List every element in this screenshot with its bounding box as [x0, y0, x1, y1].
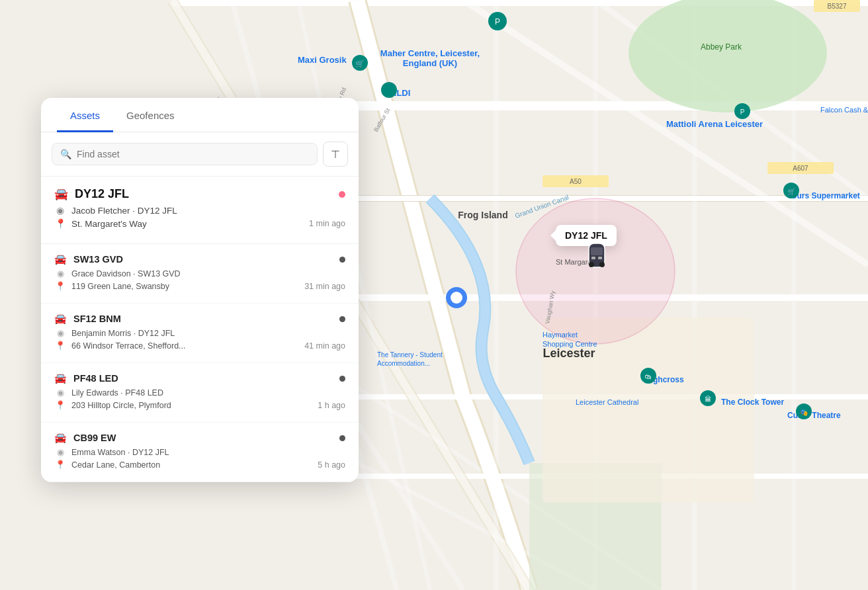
svg-text:🛒: 🛒	[355, 59, 365, 68]
svg-text:B5327: B5327	[828, 3, 847, 10]
location-icon-1: 📍	[54, 341, 66, 351]
location-icon-3: 📍	[54, 460, 66, 470]
status-dot-3	[339, 435, 345, 441]
timestamp-3: 5 h ago	[318, 460, 345, 470]
location-1: 66 Windsor Terrace, Shefford...	[71, 341, 186, 351]
svg-text:🛒: 🛒	[787, 187, 796, 196]
location-icon-2: 📍	[54, 400, 66, 410]
driver-3: Emma Watson · DY12 JFL	[71, 448, 169, 457]
svg-text:🎭: 🎭	[800, 408, 808, 417]
timestamp-2: 1 h ago	[318, 401, 345, 410]
car-icon-1: 🚘	[54, 313, 67, 325]
search-input[interactable]	[77, 149, 309, 159]
svg-text:Haymarket: Haymarket	[542, 331, 578, 339]
svg-point-66	[451, 292, 462, 304]
assets-panel: Assets Geofences 🔍 ⊤ 🚘 DY12 JFL ◉ Jacob …	[41, 98, 359, 482]
svg-point-76	[589, 262, 594, 267]
svg-text:🏛: 🏛	[705, 396, 711, 403]
svg-text:Leicester: Leicester	[542, 347, 595, 360]
svg-text:A50: A50	[570, 178, 582, 185]
svg-text:Mattioli Arena Leicester: Mattioli Arena Leicester	[666, 119, 763, 129]
svg-point-54	[381, 82, 397, 98]
svg-text:Frog Island: Frog Island	[458, 210, 507, 220]
selected-status-dot	[339, 191, 345, 198]
selected-asset-plate: DY12 JFL	[75, 187, 332, 201]
filter-button[interactable]: ⊤	[323, 142, 348, 167]
location-0: 119 Green Lane, Swansby	[71, 282, 169, 291]
driver-0: Grace Davidson · SW13 GVD	[71, 269, 181, 278]
svg-text:Abbey Park: Abbey Park	[701, 42, 742, 52]
timestamp-1: 41 min ago	[304, 341, 345, 351]
selected-timestamp: 1 min ago	[309, 219, 345, 228]
selected-location-icon: 📍	[54, 218, 66, 229]
asset-item-0[interactable]: 🚘 SW13 GVD ◉ Grace Davidson · SW13 GVD 📍…	[41, 244, 359, 304]
location-icon-0: 📍	[54, 281, 66, 291]
asset-plate-2: PF48 LED	[73, 373, 333, 384]
person-icon-0: ◉	[54, 269, 66, 278]
svg-rect-73	[591, 247, 603, 255]
tab-bar: Assets Geofences	[41, 98, 359, 132]
search-input-wrap: 🔍	[52, 143, 318, 165]
svg-text:Shopping Centre: Shopping Centre	[542, 340, 597, 348]
svg-point-77	[599, 262, 605, 267]
svg-rect-74	[591, 257, 595, 259]
filter-icon: ⊤	[331, 148, 340, 161]
selected-asset-card[interactable]: 🚘 DY12 JFL ◉ Jacob Fletcher · DY12 JFL 📍…	[41, 177, 359, 244]
svg-text:Maxi Grosik: Maxi Grosik	[298, 55, 347, 65]
asset-plate-3: CB99 EW	[73, 433, 333, 443]
asset-plate-0: SW13 GVD	[73, 254, 333, 265]
selected-car-icon: 🚘	[54, 187, 68, 201]
car-icon-0: 🚘	[54, 253, 67, 265]
svg-text:Accommodation...: Accommodation...	[377, 360, 430, 367]
person-icon-3: ◉	[54, 447, 66, 457]
svg-text:The Clock Tower: The Clock Tower	[721, 398, 784, 407]
driver-2: Lily Edwards · PF48 LED	[71, 388, 163, 398]
tab-geofences[interactable]: Geofences	[113, 98, 188, 132]
svg-text:Maher Centre, Leicester,: Maher Centre, Leicester,	[380, 48, 480, 58]
svg-text:P: P	[740, 108, 745, 116]
person-icon-1: ◉	[54, 328, 66, 338]
svg-text:P: P	[495, 17, 500, 26]
car-icon-3: 🚘	[54, 432, 67, 444]
svg-text:Falcon Cash & Carr...: Falcon Cash & Carr...	[820, 106, 868, 114]
svg-text:Curve Theatre: Curve Theatre	[787, 411, 841, 420]
asset-plate-1: SF12 BNM	[73, 314, 333, 324]
status-dot-2	[339, 376, 345, 382]
status-dot-0	[339, 257, 345, 263]
svg-text:🛍: 🛍	[645, 373, 652, 380]
selected-person-icon: ◉	[54, 205, 66, 216]
timestamp-0: 31 min ago	[304, 282, 345, 291]
asset-item-1[interactable]: 🚘 SF12 BNM ◉ Benjamin Morris · DY12 JFL …	[41, 304, 359, 363]
tab-assets[interactable]: Assets	[57, 98, 113, 132]
asset-item-3[interactable]: 🚘 CB99 EW ◉ Emma Watson · DY12 JFL 📍 Ced…	[41, 423, 359, 482]
location-3: Cedar Lane, Camberton	[71, 460, 160, 470]
svg-text:Leicester Cathedral: Leicester Cathedral	[576, 398, 638, 406]
search-icon: 🔍	[60, 149, 71, 159]
status-dot-1	[339, 316, 345, 322]
svg-text:The Tannery - Student: The Tannery - Student	[377, 351, 443, 358]
asset-list: 🚘 SW13 GVD ◉ Grace Davidson · SW13 GVD 📍…	[41, 244, 359, 482]
driver-1: Benjamin Morris · DY12 JFL	[71, 329, 175, 338]
car-icon-2: 🚘	[54, 372, 67, 384]
svg-text:A607: A607	[793, 165, 808, 172]
location-2: 203 Hilltop Circle, Plymford	[71, 401, 171, 410]
search-row: 🔍 ⊤	[41, 132, 359, 177]
svg-text:England (UK): England (UK)	[403, 58, 457, 68]
asset-item-2[interactable]: 🚘 PF48 LED ◉ Lily Edwards · PF48 LED 📍 2…	[41, 363, 359, 423]
selected-location: St. Margaret's Way	[71, 219, 147, 229]
svg-rect-75	[598, 257, 602, 259]
person-icon-2: ◉	[54, 388, 66, 398]
selected-driver: Jacob Fletcher · DY12 JFL	[71, 206, 177, 216]
car-marker	[586, 237, 607, 271]
